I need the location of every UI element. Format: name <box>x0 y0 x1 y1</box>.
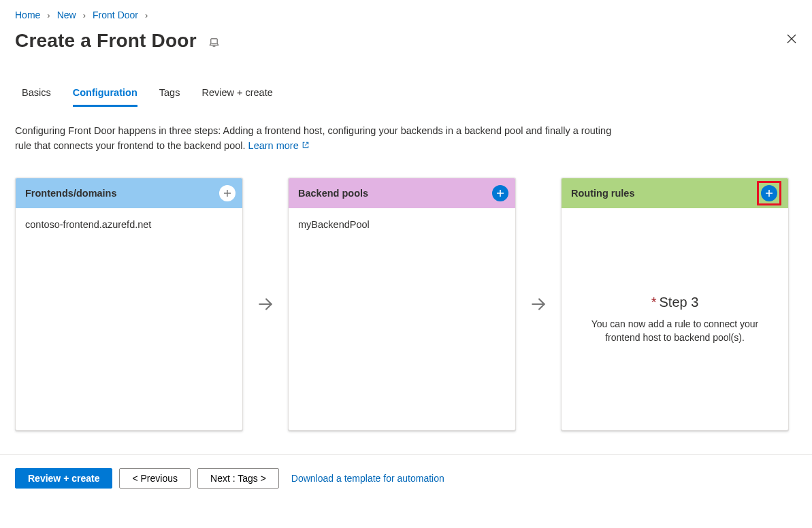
breadcrumb-new[interactable]: New <box>57 10 76 20</box>
review-create-button[interactable]: Review + create <box>15 468 112 489</box>
backends-card: Backend pools myBackendPool <box>288 178 516 431</box>
previous-button[interactable]: < Previous <box>119 468 191 489</box>
frontends-card: Frontends/domains contoso-frontend.azure… <box>15 178 243 431</box>
footer-bar: Review + create < Previous Next : Tags >… <box>0 454 812 504</box>
frontends-title: Frontends/domains <box>25 188 117 199</box>
tab-configuration[interactable]: Configuration <box>73 87 137 107</box>
chevron-right-icon: › <box>47 10 50 20</box>
learn-more-link[interactable]: Learn more <box>248 140 310 151</box>
required-asterisk: * <box>651 295 657 310</box>
config-description-text: Configuring Front Door happens in three … <box>15 125 611 151</box>
routing-card-header: Routing rules <box>562 178 788 208</box>
chevron-right-icon: › <box>145 10 148 20</box>
breadcrumb: Home › New › Front Door › <box>15 10 797 20</box>
routing-title: Routing rules <box>571 188 634 199</box>
backends-title: Backend pools <box>298 188 368 199</box>
tab-tags[interactable]: Tags <box>159 87 180 107</box>
breadcrumb-front-door[interactable]: Front Door <box>93 10 138 20</box>
close-icon[interactable] <box>786 33 797 44</box>
next-button[interactable]: Next : Tags > <box>197 468 279 489</box>
breadcrumb-home[interactable]: Home <box>15 10 40 20</box>
backends-card-header: Backend pools <box>289 178 515 208</box>
frontends-card-header: Frontends/domains <box>16 178 242 208</box>
tab-review-create[interactable]: Review + create <box>201 87 272 107</box>
add-backend-button[interactable] <box>492 185 508 201</box>
arrow-right-icon <box>243 178 288 431</box>
page-title: Create a Front Door <box>15 30 197 52</box>
add-routing-highlight <box>757 181 781 205</box>
arrow-right-icon <box>516 178 561 431</box>
pin-icon[interactable] <box>209 31 219 48</box>
tabs: Basics Configuration Tags Review + creat… <box>15 87 797 107</box>
external-link-icon <box>302 138 310 153</box>
routing-card: Routing rules *Step 3 You can now add a … <box>561 178 789 431</box>
chevron-right-icon: › <box>83 10 86 20</box>
routing-step-subtext: You can now add a rule to connect your f… <box>576 317 773 344</box>
svg-rect-0 <box>211 38 217 43</box>
add-frontend-button[interactable] <box>219 185 236 201</box>
frontend-list-item[interactable]: contoso-frontend.azurefd.net <box>25 219 233 230</box>
add-routing-rule-button[interactable] <box>761 185 777 201</box>
routing-step-title: *Step 3 <box>651 295 699 310</box>
download-template-link[interactable]: Download a template for automation <box>291 473 444 484</box>
config-description: Configuring Front Door happens in three … <box>15 123 624 153</box>
tab-basics[interactable]: Basics <box>22 87 51 107</box>
configuration-steps: Frontends/domains contoso-frontend.azure… <box>15 178 797 431</box>
backend-list-item[interactable]: myBackendPool <box>298 219 506 230</box>
